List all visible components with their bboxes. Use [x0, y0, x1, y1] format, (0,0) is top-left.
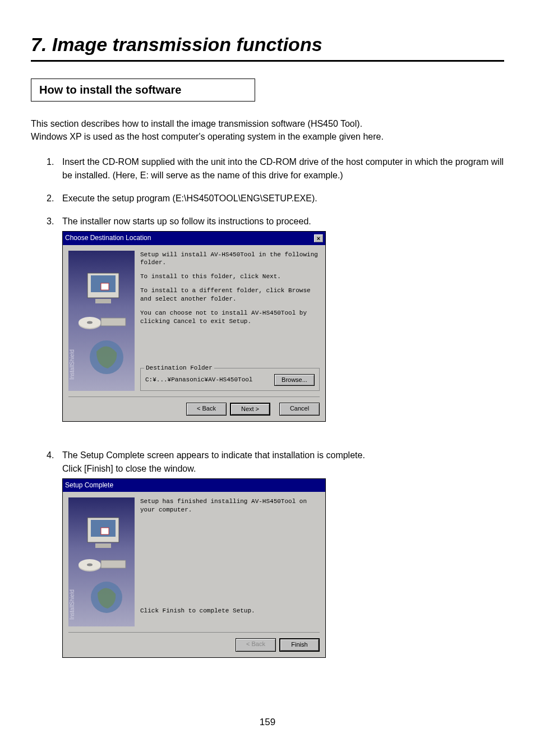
dialog-text-1: Setup will install AV-HS450Tool in the f…	[140, 251, 320, 268]
back-button[interactable]: < Back	[186, 403, 227, 416]
dialog-text-4: You can choose not to install AV-HS450To…	[140, 309, 320, 326]
step-2: 2. Execute the setup program (E:\HS450TO…	[47, 192, 504, 205]
svg-point-16	[87, 564, 93, 566]
back-button: < Back	[236, 638, 276, 652]
step-3: 3. The installer now starts up so follow…	[47, 215, 504, 439]
svg-rect-13	[101, 528, 109, 534]
svg-rect-12	[95, 543, 111, 548]
close-icon[interactable]: ×	[314, 234, 323, 242]
step-content: The installer now starts up so follow it…	[62, 215, 504, 439]
step-content: The Setup Complete screen appears to ind…	[62, 449, 504, 675]
step-text: The Setup Complete screen appears to ind…	[62, 450, 365, 473]
step-number: 4.	[47, 449, 62, 675]
dialog-text-3: To install to a different folder, click …	[140, 287, 320, 303]
dialog-footer: < Back Next > Cancel	[68, 397, 320, 416]
installer-dialog-complete: Setup Complete	[62, 478, 326, 658]
step-number: 1.	[47, 155, 62, 181]
installer-side-image: InstallShield	[68, 497, 135, 626]
intro-text: This section describes how to install th…	[31, 117, 504, 143]
intro-line1: This section describes how to install th…	[31, 119, 362, 128]
svg-rect-7	[101, 318, 126, 326]
section-title: How to install the software	[31, 79, 255, 102]
next-button[interactable]: Next >	[230, 403, 270, 416]
dialog-text-1: Setup has finished installing AV-HS450To…	[140, 497, 320, 514]
svg-point-6	[87, 321, 93, 324]
svg-rect-2	[95, 299, 111, 303]
step-text: Execute the setup program (E:\HS450TOOL\…	[62, 192, 504, 205]
dialog-text-2: To install to this folder, click Next.	[140, 273, 320, 281]
destination-legend: Destination Folder	[144, 364, 214, 372]
installer-dialog-destination: Choose Destination Location ×	[62, 231, 326, 422]
step-text: Insert the CD-ROM supplied with the unit…	[62, 155, 504, 181]
svg-rect-3	[101, 283, 109, 290]
dialog-titlebar[interactable]: Choose Destination Location ×	[63, 232, 325, 245]
dialog-text-2: Click Finish to complete Setup.	[140, 607, 320, 615]
destination-path: C:¥...¥Panasonic¥AV-HS450Tool	[145, 376, 252, 384]
dialog-title: Choose Destination Location	[65, 233, 151, 243]
browse-button[interactable]: Browse...	[274, 374, 315, 386]
intro-line2: Windows XP is used as the host computer'…	[31, 132, 384, 141]
step-text: The installer now starts up so follow it…	[62, 216, 311, 226]
page-number: 159	[0, 717, 535, 728]
destination-folder-group: Destination Folder C:¥...¥Panasonic¥AV-H…	[140, 368, 320, 391]
step-4: 4. The Setup Complete screen appears to …	[47, 449, 504, 675]
step-number: 2.	[47, 192, 62, 205]
step-number: 3.	[47, 215, 62, 439]
dialog-title: Setup Complete	[65, 481, 113, 490]
installer-side-image: InstallShield	[68, 251, 135, 391]
chapter-title: 7. Image transmission functions	[31, 34, 504, 62]
dialog-titlebar[interactable]: Setup Complete	[63, 479, 325, 492]
svg-text:InstallShield: InstallShield	[69, 589, 75, 620]
step-1: 1. Insert the CD-ROM supplied with the u…	[47, 155, 504, 181]
steps-list: 1. Insert the CD-ROM supplied with the u…	[31, 155, 504, 675]
finish-button[interactable]: Finish	[279, 638, 320, 652]
svg-text:InstallShield: InstallShield	[69, 349, 75, 380]
dialog-footer: < Back Finish	[68, 632, 320, 652]
cancel-button[interactable]: Cancel	[279, 403, 320, 416]
svg-rect-17	[101, 560, 126, 568]
